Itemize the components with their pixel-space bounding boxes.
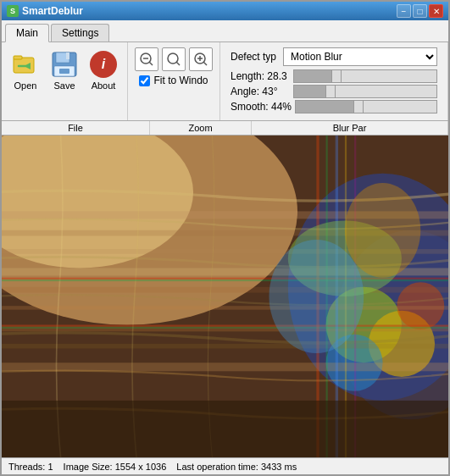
about-icon: i bbox=[88, 49, 119, 80]
svg-rect-37 bbox=[2, 325, 448, 327]
fit-to-window-checkbox[interactable] bbox=[139, 75, 150, 86]
svg-rect-31 bbox=[2, 306, 448, 309]
zoom-out-icon bbox=[139, 52, 154, 67]
open-label: Open bbox=[14, 80, 37, 91]
svg-point-46 bbox=[269, 240, 364, 353]
about-button[interactable]: i About bbox=[86, 47, 120, 92]
about-label: About bbox=[92, 80, 116, 91]
angle-label: Angle: 43° bbox=[231, 86, 290, 97]
zoom-in-icon bbox=[193, 52, 208, 67]
open-button[interactable]: Open bbox=[8, 47, 42, 92]
tab-bar: Main Settings bbox=[2, 20, 448, 42]
svg-line-9 bbox=[149, 62, 153, 65]
length-row: Length: 28.3 bbox=[231, 69, 437, 83]
tab-settings[interactable]: Settings bbox=[51, 24, 109, 42]
image-size-status: Image Size: 1554 x 1036 bbox=[64, 462, 167, 472]
image-canvas bbox=[2, 136, 448, 457]
toolbar: Open Save bbox=[2, 42, 448, 121]
file-section: Open Save bbox=[2, 42, 128, 120]
defect-type-select[interactable]: Motion Blur Out of Focus Gaussian Blur bbox=[283, 47, 437, 66]
blur-section-label: Blur Par bbox=[252, 121, 448, 135]
zoom-fit-button[interactable] bbox=[162, 47, 186, 71]
main-window: S SmartDeblur − □ ✕ Main Settings bbox=[0, 0, 450, 476]
zoom-out-button[interactable] bbox=[135, 47, 158, 71]
smooth-row: Smooth: 44% bbox=[231, 100, 437, 113]
svg-point-45 bbox=[345, 183, 420, 278]
svg-rect-33 bbox=[2, 344, 448, 349]
svg-rect-38 bbox=[2, 327, 448, 329]
save-icon-svg bbox=[51, 51, 78, 78]
status-bar: Threads: 1 Image Size: 1554 x 1036 Last … bbox=[2, 457, 448, 474]
smooth-label: Smooth: 44% bbox=[231, 101, 292, 113]
svg-line-15 bbox=[203, 62, 207, 65]
file-buttons: Open Save bbox=[8, 47, 120, 92]
fit-to-window-label: Fit to Windo bbox=[153, 75, 208, 86]
smooth-slider[interactable] bbox=[295, 100, 437, 113]
defect-type-row: Defect typ Motion Blur Out of Focus Gaus… bbox=[231, 47, 437, 66]
restore-button[interactable]: □ bbox=[413, 4, 427, 18]
zoom-section-label: Zoom bbox=[150, 121, 252, 135]
svg-rect-47 bbox=[2, 401, 448, 457]
save-button[interactable]: Save bbox=[47, 47, 81, 92]
fit-to-window-row: Fit to Windo bbox=[139, 75, 208, 86]
open-icon-svg bbox=[12, 51, 39, 78]
image-area bbox=[2, 136, 448, 457]
threads-status: Threads: 1 bbox=[8, 462, 53, 472]
about-icon-circle: i bbox=[90, 51, 117, 78]
zoom-fit-icon bbox=[166, 52, 181, 67]
blur-params-section: Defect typ Motion Blur Out of Focus Gaus… bbox=[220, 42, 448, 120]
zoom-in-button[interactable] bbox=[189, 47, 213, 71]
window-controls: − □ ✕ bbox=[397, 4, 443, 18]
angle-row: Angle: 43° bbox=[231, 85, 437, 98]
length-label: Length: 28.3 bbox=[231, 70, 290, 82]
svg-rect-1 bbox=[14, 56, 22, 59]
title-bar: S SmartDeblur − □ ✕ bbox=[2, 2, 448, 20]
tab-main[interactable]: Main bbox=[5, 24, 49, 42]
section-labels: File Zoom Blur Par bbox=[2, 121, 448, 136]
length-slider[interactable] bbox=[293, 69, 437, 83]
defect-type-label: Defect typ bbox=[231, 51, 276, 63]
svg-rect-30 bbox=[2, 287, 448, 293]
minimize-button[interactable]: − bbox=[397, 4, 411, 18]
svg-rect-6 bbox=[59, 69, 69, 74]
file-section-label: File bbox=[2, 121, 150, 135]
angle-slider[interactable] bbox=[293, 85, 437, 98]
save-label: Save bbox=[53, 80, 75, 91]
zoom-buttons bbox=[135, 47, 213, 71]
svg-line-11 bbox=[176, 62, 180, 65]
operation-time-status: Last operation time: 3433 ms bbox=[176, 462, 297, 472]
title-bar-left: S SmartDeblur bbox=[7, 5, 83, 17]
zoom-section: Fit to Windo bbox=[128, 42, 220, 120]
open-icon bbox=[10, 49, 41, 80]
svg-rect-4 bbox=[66, 53, 69, 59]
close-button[interactable]: ✕ bbox=[429, 4, 443, 18]
window-title: SmartDeblur bbox=[22, 5, 83, 17]
save-icon bbox=[49, 49, 80, 80]
app-icon: S bbox=[7, 5, 19, 17]
